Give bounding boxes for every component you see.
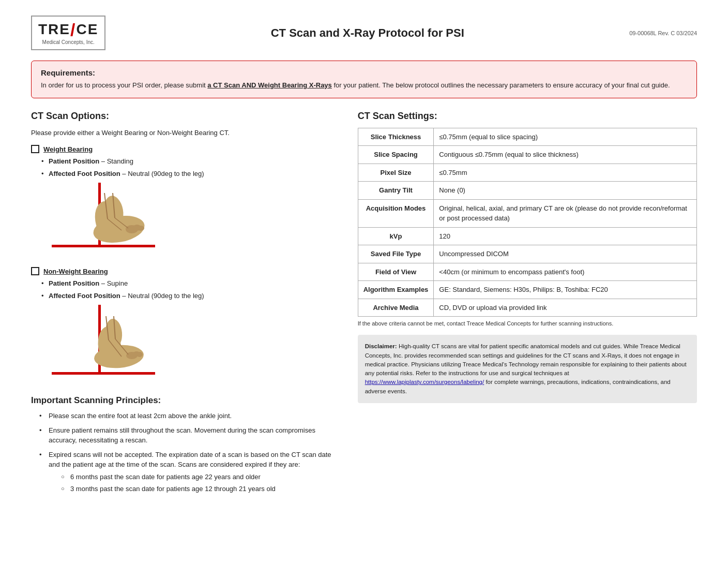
wb-pp-value: Standing <box>107 157 133 165</box>
settings-value-4: Original, helical, axial, and primary CT… <box>434 199 697 227</box>
settings-label-0: Slice Thickness <box>358 128 434 146</box>
non-weight-bearing-section: Non-Weight Bearing Patient Position – Su… <box>31 267 342 384</box>
principle-2: Ensure patient remains still throughout … <box>39 425 342 446</box>
nwb-fp-dash: – <box>122 292 128 300</box>
nwb-pp-dash: – <box>101 279 107 287</box>
settings-value-2: ≤0.75mm <box>434 164 697 182</box>
svg-rect-0 <box>52 245 155 247</box>
req-text-after: for your patient. The below protocol out… <box>333 81 670 89</box>
nwb-pp-label: Patient Position <box>49 279 99 287</box>
foot-image-nwb <box>52 305 342 384</box>
disclaimer-link[interactable]: https://www.lapiplasty.com/surgeons/labe… <box>365 379 484 385</box>
page-title: CT Scan and X-Ray Protocol for PSI <box>105 26 629 40</box>
nwb-pp-value: Supine <box>107 279 128 287</box>
svg-point-19 <box>136 352 143 357</box>
settings-value-3: None (0) <box>434 182 697 200</box>
right-column: CT Scan Settings: Slice Thickness≤0.75mm… <box>358 111 697 403</box>
sub-principles-list: 6 months past the scan date for patients… <box>49 472 342 494</box>
settings-label-9: Archive Media <box>358 299 434 317</box>
settings-row-1: Slice SpacingContiguous ≤0.75mm (equal t… <box>358 146 696 164</box>
principles-heading: Important Scanning Principles: <box>31 395 342 406</box>
left-column: CT Scan Options: Please provide either a… <box>31 111 342 498</box>
table-note: If the above criteria cannot be met, con… <box>358 320 697 328</box>
wb-pp-dash: – <box>101 157 107 165</box>
non-wb-label: Non-Weight Bearing <box>31 267 342 275</box>
nwb-label-text: Non-Weight Bearing <box>43 268 108 275</box>
weight-bearing-label: Weight Bearing <box>31 145 342 153</box>
two-col-layout: CT Scan Options: Please provide either a… <box>31 111 697 498</box>
requirements-text: In order for us to process your PSI orde… <box>41 80 687 91</box>
settings-value-1: Contiguous ≤0.75mm (equal to slice thick… <box>434 146 697 164</box>
settings-row-4: Acquisition ModesOriginal, helical, axia… <box>358 199 696 227</box>
wb-bullet-list: Patient Position – Standing Affected Foo… <box>31 156 342 179</box>
settings-row-3: Gantry TiltNone (0) <box>358 182 696 200</box>
logo-slash: / <box>70 21 76 38</box>
logo-text: TRE/CE <box>38 21 98 38</box>
checkbox-nwb <box>31 267 39 275</box>
wb-label-text: Weight Bearing <box>43 145 93 153</box>
page-header: TRE/CE Medical Concepts, Inc. CT Scan an… <box>31 16 697 50</box>
logo-sub: Medical Concepts, Inc. <box>38 39 98 45</box>
weight-bearing-section: Weight Bearing Patient Position – Standi… <box>31 145 342 257</box>
wb-patient-position: Patient Position – Standing <box>41 156 342 167</box>
scanning-principles: Important Scanning Principles: Please sc… <box>31 395 342 494</box>
req-highlight: a CT Scan AND Weight Bearing X-Rays <box>207 81 332 89</box>
settings-label-8: Algorithm Examples <box>358 281 434 299</box>
settings-label-4: Acquisition Modes <box>358 199 434 227</box>
settings-row-7: Field of View<40cm (or minimum to encomp… <box>358 263 696 281</box>
ct-options-intro: Please provide either a Weight Bearing o… <box>31 128 342 138</box>
settings-table: Slice Thickness≤0.75mm (equal to slice s… <box>358 128 697 317</box>
settings-row-2: Pixel Size≤0.75mm <box>358 164 696 182</box>
nwb-bullet-list: Patient Position – Supine Affected Foot … <box>31 278 342 301</box>
settings-row-5: kVp120 <box>358 227 696 245</box>
wb-pp-label: Patient Position <box>49 157 99 165</box>
settings-label-5: kVp <box>358 227 434 245</box>
logo-area: TRE/CE Medical Concepts, Inc. <box>31 16 105 50</box>
principle-3: Expired scans will not be accepted. The … <box>39 450 342 494</box>
disclaimer-text: High-quality CT scans are vital for pati… <box>365 343 687 376</box>
nwb-patient-position: Patient Position – Supine <box>41 278 342 289</box>
settings-value-7: <40cm (or minimum to encompass patient's… <box>434 263 697 281</box>
settings-value-8: GE: Standard, Siemens: H30s, Philips: B,… <box>434 281 697 299</box>
settings-row-6: Saved File TypeUncompressed DICOM <box>358 245 696 263</box>
svg-rect-13 <box>52 372 155 375</box>
principle-3-text: Expired scans will not be accepted. The … <box>49 451 331 469</box>
nwb-fp-label: Affected Foot Position <box>49 292 120 300</box>
svg-point-7 <box>137 226 144 231</box>
settings-row-9: Archive MediaCD, DVD or upload via provi… <box>358 299 696 317</box>
nwb-fp-value: Neutral (90deg to the leg) <box>128 292 204 300</box>
nwb-foot-position: Affected Foot Position – Neutral (90deg … <box>41 291 342 301</box>
settings-label-2: Pixel Size <box>358 164 434 182</box>
wb-fp-value: Neutral (90deg to the leg) <box>128 170 204 177</box>
doc-id: 09-00068L Rev. C 03/2024 <box>629 30 697 36</box>
settings-row-0: Slice Thickness≤0.75mm (equal to slice s… <box>358 128 696 146</box>
req-text-before: In order for us to process your PSI orde… <box>41 81 206 89</box>
settings-label-1: Slice Spacing <box>358 146 434 164</box>
sub-principle-2: 3 months past the scan date for patients… <box>61 484 342 494</box>
wb-fp-label: Affected Foot Position <box>49 170 120 177</box>
checkbox-wb <box>31 145 39 153</box>
principle-1: Please scan the entire foot at least 2cm… <box>39 411 342 421</box>
settings-value-0: ≤0.75mm (equal to slice spacing) <box>434 128 697 146</box>
settings-value-9: CD, DVD or upload via provided link <box>434 299 697 317</box>
foot-svg-nwb <box>52 305 155 382</box>
requirements-heading: Requirements: <box>41 68 687 77</box>
foot-image-wb <box>52 183 342 257</box>
requirements-box: Requirements: In order for us to process… <box>31 61 697 98</box>
ct-settings-heading: CT Scan Settings: <box>358 111 697 122</box>
disclaimer-label: Disclaimer: <box>365 343 397 349</box>
principles-list: Please scan the entire foot at least 2cm… <box>31 411 342 494</box>
settings-row-8: Algorithm ExamplesGE: Standard, Siemens:… <box>358 281 696 299</box>
ct-options-heading: CT Scan Options: <box>31 111 342 122</box>
wb-fp-dash: – <box>122 170 128 177</box>
settings-label-7: Field of View <box>358 263 434 281</box>
settings-value-6: Uncompressed DICOM <box>434 245 697 263</box>
foot-svg-wb <box>52 183 155 255</box>
wb-foot-position: Affected Foot Position – Neutral (90deg … <box>41 169 342 179</box>
settings-label-6: Saved File Type <box>358 245 434 263</box>
settings-label-3: Gantry Tilt <box>358 182 434 200</box>
sub-principle-1: 6 months past the scan date for patients… <box>61 472 342 482</box>
logo-box: TRE/CE Medical Concepts, Inc. <box>31 16 105 50</box>
settings-value-5: 120 <box>434 227 697 245</box>
disclaimer-box: Disclaimer: High-quality CT scans are vi… <box>358 335 697 403</box>
